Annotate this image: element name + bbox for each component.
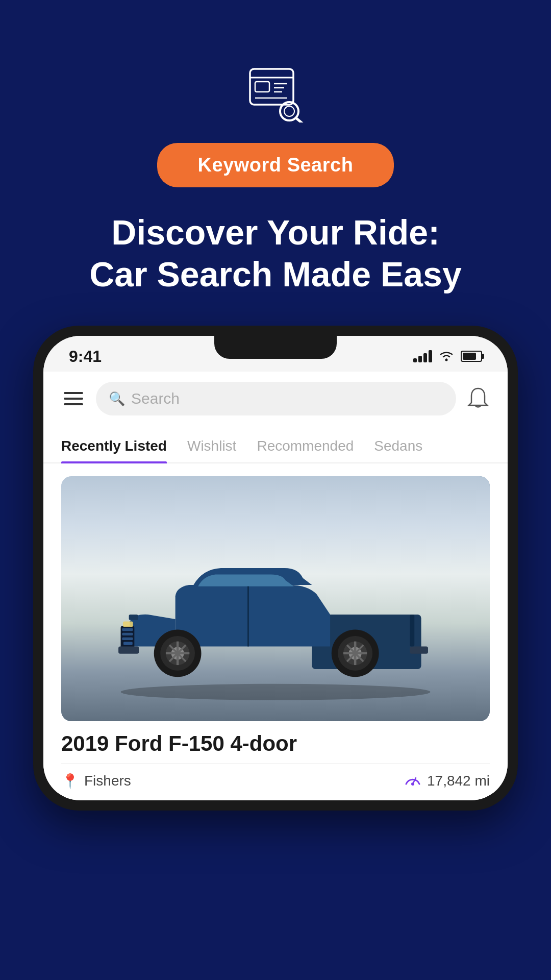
keyword-search-button[interactable]: Keyword Search bbox=[157, 143, 394, 187]
car-title: 2019 Ford F-150 4-door bbox=[61, 731, 490, 756]
car-image bbox=[61, 476, 490, 721]
car-location: 📍 Fishers bbox=[61, 773, 131, 790]
svg-rect-15 bbox=[122, 628, 133, 630]
app-tabs: Recently Listed Wishlist Recommended Sed… bbox=[43, 426, 508, 463]
car-illustration bbox=[93, 555, 458, 701]
phone-notch bbox=[214, 336, 337, 359]
svg-rect-39 bbox=[123, 642, 133, 645]
svg-point-41 bbox=[411, 782, 414, 786]
search-icon: 🔍 bbox=[109, 391, 125, 407]
status-time: 9:41 bbox=[69, 347, 102, 366]
top-section: Keyword Search Discover Your Ride: Car S… bbox=[0, 0, 551, 326]
speedometer-icon bbox=[404, 772, 422, 790]
car-divider bbox=[61, 764, 490, 764]
svg-rect-19 bbox=[118, 646, 139, 653]
hero-headline: Discover Your Ride: Car Search Made Easy bbox=[59, 212, 492, 295]
notification-bell-icon[interactable] bbox=[466, 386, 490, 411]
svg-rect-17 bbox=[122, 637, 133, 640]
menu-button[interactable] bbox=[61, 389, 86, 408]
tab-wishlist[interactable]: Wishlist bbox=[187, 431, 236, 462]
svg-rect-16 bbox=[122, 632, 133, 635]
car-meta: 📍 Fishers 17,842 mi bbox=[61, 772, 490, 790]
wifi-icon bbox=[438, 350, 455, 362]
svg-rect-20 bbox=[410, 646, 428, 653]
car-listing: 2019 Ford F-150 4-door 📍 Fishers bbox=[43, 463, 508, 800]
tab-recently-listed[interactable]: Recently Listed bbox=[61, 431, 167, 462]
location-pin-icon: 📍 bbox=[61, 773, 79, 790]
svg-rect-0 bbox=[250, 69, 293, 105]
svg-point-11 bbox=[121, 683, 431, 700]
svg-line-8 bbox=[296, 118, 303, 122]
phone-mockup: 9:41 bbox=[33, 326, 518, 811]
app-topnav: 🔍 Search bbox=[43, 372, 508, 426]
search-input[interactable]: Search bbox=[131, 390, 180, 407]
svg-point-9 bbox=[284, 106, 294, 116]
signal-icon bbox=[413, 350, 432, 362]
svg-rect-38 bbox=[129, 615, 138, 620]
battery-icon bbox=[461, 351, 482, 362]
svg-rect-2 bbox=[255, 82, 269, 92]
status-icons bbox=[413, 350, 482, 362]
search-bar[interactable]: 🔍 Search bbox=[96, 382, 456, 415]
svg-rect-21 bbox=[410, 615, 414, 646]
car-mileage: 17,842 mi bbox=[404, 772, 490, 790]
tab-recommended[interactable]: Recommended bbox=[257, 431, 354, 462]
location-text: Fishers bbox=[84, 773, 131, 789]
svg-rect-18 bbox=[123, 621, 133, 627]
tab-sedans[interactable]: Sedans bbox=[374, 431, 422, 462]
app-icon bbox=[247, 66, 304, 122]
mileage-text: 17,842 mi bbox=[427, 773, 490, 789]
svg-point-10 bbox=[445, 359, 448, 361]
